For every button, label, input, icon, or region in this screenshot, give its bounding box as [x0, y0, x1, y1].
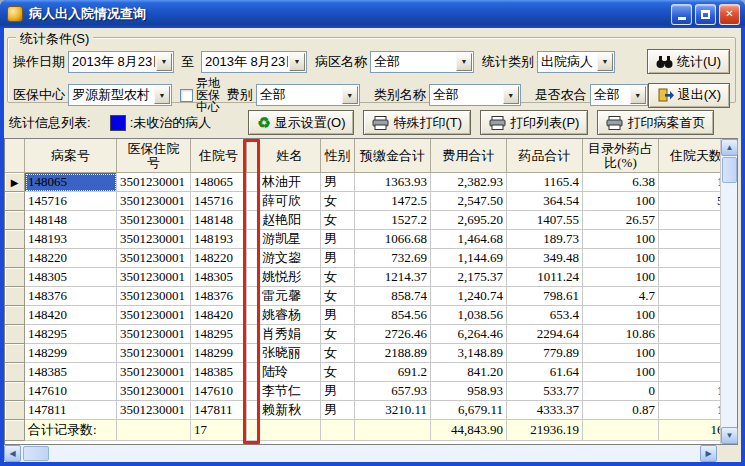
row-header-cell[interactable] — [5, 363, 25, 382]
table-cell[interactable]: 148385 — [25, 363, 117, 382]
table-cell[interactable]: 148305 — [191, 268, 247, 287]
table-cell[interactable]: 2188.89 — [355, 344, 431, 363]
table-cell[interactable]: 8 — [659, 211, 720, 230]
table-cell[interactable]: 1011.24 — [507, 268, 583, 287]
table-cell[interactable]: 148376 — [191, 287, 247, 306]
chevron-down-icon[interactable]: ▼ — [342, 86, 358, 104]
table-cell[interactable]: 148420 — [191, 306, 247, 325]
table-cell[interactable]: 女 — [321, 325, 355, 344]
table-cell[interactable]: 533.77 — [507, 382, 583, 401]
table-cell[interactable]: 2294.64 — [507, 325, 583, 344]
row-header-cell[interactable] — [5, 211, 25, 230]
table-row[interactable]: 1478113501230001147811赖新秋男3210.116,679.1… — [5, 401, 720, 420]
table-cell[interactable]: 148065 — [191, 173, 247, 192]
row-header-cell[interactable]: ▶ — [5, 173, 25, 192]
table-cell[interactable]: 148295 — [191, 325, 247, 344]
table-cell[interactable]: 100 — [583, 344, 659, 363]
table-cell[interactable]: 349.48 — [507, 249, 583, 268]
table-cell[interactable]: 657.93 — [355, 382, 431, 401]
table-cell[interactable]: 5 — [659, 325, 720, 344]
fee-type-select[interactable]: 全部 ▼ — [256, 84, 360, 106]
table-row[interactable]: 1482203501230001148220游文鋆男732.691,144.69… — [5, 249, 720, 268]
chevron-down-icon[interactable]: ▼ — [630, 86, 646, 104]
table-cell[interactable]: 1527.2 — [355, 211, 431, 230]
table-cell[interactable]: 10.86 — [583, 325, 659, 344]
table-cell[interactable]: 3501230001 — [117, 363, 191, 382]
table-cell[interactable]: 2726.46 — [355, 325, 431, 344]
chevron-down-icon[interactable]: ▼ — [597, 53, 613, 71]
table-cell[interactable]: 3501230001 — [117, 325, 191, 344]
table-cell[interactable]: 3501230001 — [117, 268, 191, 287]
table-cell[interactable]: 2,382.93 — [431, 173, 507, 192]
table-cell[interactable]: 779.89 — [507, 344, 583, 363]
maximize-button[interactable] — [695, 4, 716, 25]
table-cell[interactable]: 1472.5 — [355, 192, 431, 211]
table-cell[interactable]: 26.57 — [583, 211, 659, 230]
table-cell[interactable]: 雷元馨 — [259, 287, 321, 306]
close-button[interactable]: ✕ — [719, 4, 740, 25]
row-header-cell[interactable] — [5, 401, 25, 420]
table-cell[interactable]: 148193 — [191, 230, 247, 249]
chevron-down-icon[interactable]: ▼ — [456, 53, 472, 71]
table-cell[interactable]: 364.54 — [507, 192, 583, 211]
row-header-cell[interactable] — [5, 325, 25, 344]
table-cell[interactable]: 游文鋆 — [259, 249, 321, 268]
table-cell[interactable]: 2,547.50 — [431, 192, 507, 211]
stat-button[interactable]: 统计(U) — [647, 49, 730, 74]
table-cell[interactable]: 148193 — [25, 230, 117, 249]
table-cell[interactable]: 女 — [321, 268, 355, 287]
table-cell[interactable]: 100 — [583, 249, 659, 268]
remote-insurance-checkbox[interactable] — [180, 89, 193, 102]
row-header-cell[interactable] — [5, 306, 25, 325]
table-cell[interactable]: 女 — [321, 344, 355, 363]
date-from-select[interactable]: 2013年 8月23日 ▼ — [68, 51, 174, 73]
table-row[interactable]: 1481483501230001148148赵艳阳女1527.22,695.20… — [5, 211, 720, 230]
row-header-cell[interactable] — [5, 287, 25, 306]
table-cell[interactable]: 6.38 — [583, 173, 659, 192]
table-cell[interactable]: 0 — [583, 382, 659, 401]
table-cell[interactable]: 145716 — [191, 192, 247, 211]
special-print-button[interactable]: 特殊打印(T) — [363, 110, 471, 135]
table-cell[interactable]: 2,695.20 — [431, 211, 507, 230]
table-cell[interactable]: 男 — [321, 230, 355, 249]
table-cell[interactable]: 147610 — [191, 382, 247, 401]
table-cell[interactable]: 147811 — [25, 401, 117, 420]
table-cell[interactable]: 653.4 — [507, 306, 583, 325]
table-cell[interactable]: 陆玲 — [259, 363, 321, 382]
scroll-left-button[interactable]: ◀ — [4, 445, 21, 462]
table-cell[interactable]: 148299 — [25, 344, 117, 363]
table-cell[interactable]: 4333.37 — [507, 401, 583, 420]
category-select[interactable]: 全部 ▼ — [429, 84, 521, 106]
table-cell[interactable]: 148295 — [25, 325, 117, 344]
table-cell[interactable]: 6,679.11 — [431, 401, 507, 420]
table-cell[interactable]: 148299 — [191, 344, 247, 363]
table-cell[interactable]: 3501230001 — [117, 382, 191, 401]
table-row[interactable]: 1476103501230001147610李节仁男657.93958.9353… — [5, 382, 720, 401]
table-cell[interactable]: 3501230001 — [117, 211, 191, 230]
print-case-front-button[interactable]: 打印病案首页 — [597, 110, 714, 135]
vertical-scrollbar[interactable]: ▲ ▼ — [720, 139, 737, 444]
rural-coop-select[interactable]: 全部 ▼ — [590, 84, 648, 106]
scroll-up-button[interactable]: ▲ — [721, 139, 738, 156]
row-header-cell[interactable] — [5, 344, 25, 363]
table-cell[interactable]: 3 — [659, 306, 720, 325]
table-cell[interactable]: 1,144.69 — [431, 249, 507, 268]
row-header-cell[interactable] — [5, 382, 25, 401]
table-row[interactable]: 1483763501230001148376雷元馨女858.741,240.74… — [5, 287, 720, 306]
table-cell[interactable]: 男 — [321, 382, 355, 401]
table-cell[interactable]: 958.93 — [431, 382, 507, 401]
table-cell[interactable]: 林油开 — [259, 173, 321, 192]
table-row[interactable]: 1483853501230001148385陆玲女691.2841.2061.6… — [5, 363, 720, 382]
scroll-right-button[interactable]: ▶ — [700, 445, 717, 462]
table-cell[interactable]: 女 — [321, 192, 355, 211]
table-cell[interactable]: 赵艳阳 — [259, 211, 321, 230]
exit-button[interactable]: 退出(X) — [648, 83, 730, 108]
table-cell[interactable]: 1,240.74 — [431, 287, 507, 306]
print-list-button[interactable]: 打印列表(P) — [480, 110, 588, 135]
table-cell[interactable]: 19 — [659, 382, 720, 401]
table-cell[interactable]: 3501230001 — [117, 249, 191, 268]
table-cell[interactable]: 6,264.46 — [431, 325, 507, 344]
table-cell[interactable]: 691.2 — [355, 363, 431, 382]
table-cell[interactable]: 148385 — [191, 363, 247, 382]
table-cell[interactable]: 148148 — [25, 211, 117, 230]
